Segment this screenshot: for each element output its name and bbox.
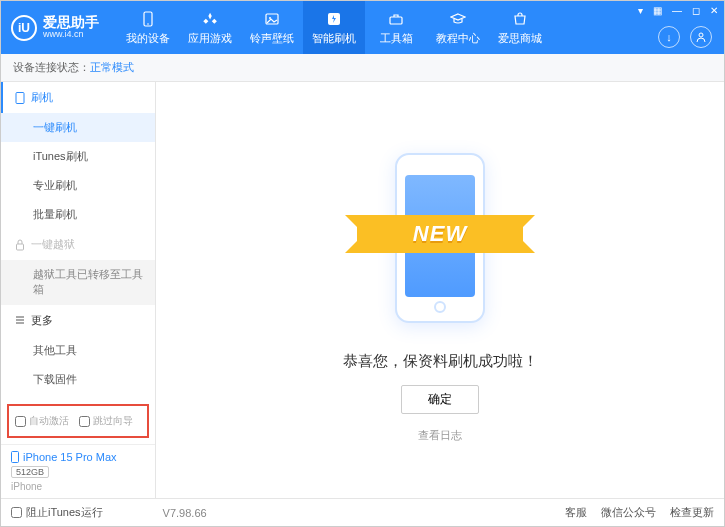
title-bar: iU 爱思助手 www.i4.cn 我的设备 应用游戏 铃声壁纸 智能刷机	[1, 1, 724, 54]
image-icon	[263, 10, 281, 28]
toolbox-icon	[387, 10, 405, 28]
nav-tutorials[interactable]: 教程中心	[427, 1, 489, 54]
app-logo: iU 爱思助手 www.i4.cn	[11, 15, 99, 41]
footer-check-update[interactable]: 检查更新	[670, 505, 714, 520]
sidebar-item-oneclick-flash[interactable]: 一键刷机	[1, 113, 155, 142]
auto-activate-checkbox[interactable]: 自动激活	[15, 414, 69, 428]
block-itunes-checkbox[interactable]: 阻止iTunes运行	[11, 505, 103, 520]
nav-apps-games[interactable]: 应用游戏	[179, 1, 241, 54]
svg-rect-7	[16, 92, 24, 103]
nav-label: 爱思商城	[498, 31, 542, 46]
device-info[interactable]: iPhone 15 Pro Max 512GB iPhone	[1, 444, 155, 498]
sidebar-item-pro-flash[interactable]: 专业刷机	[1, 171, 155, 200]
app-name: 爱思助手	[43, 15, 99, 30]
nav-label: 应用游戏	[188, 31, 232, 46]
svg-point-6	[699, 33, 703, 37]
nav-store[interactable]: 爱思商城	[489, 1, 551, 54]
apps-icon	[201, 10, 219, 28]
view-log-link[interactable]: 查看日志	[418, 428, 462, 443]
sidebar-item-download-firmware[interactable]: 下载固件	[1, 365, 155, 394]
main-content: NEW 恭喜您，保资料刷机成功啦！ 确定 查看日志	[156, 82, 724, 498]
window-controls: ▾ ▦ — ◻ ✕	[638, 5, 718, 16]
app-site: www.i4.cn	[43, 30, 99, 40]
maximize-button[interactable]: ◻	[692, 5, 700, 16]
svg-point-1	[147, 23, 149, 25]
success-message: 恭喜您，保资料刷机成功啦！	[343, 352, 538, 371]
sidebar-group-jailbreak: 一键越狱	[1, 229, 155, 260]
nav-smart-flash[interactable]: 智能刷机	[303, 1, 365, 54]
status-mode: 正常模式	[90, 60, 134, 75]
connection-status-bar: 设备连接状态： 正常模式	[1, 54, 724, 82]
phone-icon	[139, 10, 157, 28]
svg-rect-8	[17, 244, 24, 250]
status-prefix: 设备连接状态：	[13, 60, 90, 75]
sidebar-options-box: 自动激活 跳过向导	[7, 404, 149, 438]
footer-support[interactable]: 客服	[565, 505, 587, 520]
hamburger-icon	[15, 315, 25, 325]
footer-wechat[interactable]: 微信公众号	[601, 505, 656, 520]
phone-illustration: NEW	[375, 138, 505, 338]
nav-label: 智能刷机	[312, 31, 356, 46]
flash-icon	[325, 10, 343, 28]
sidebar-item-itunes-flash[interactable]: iTunes刷机	[1, 142, 155, 171]
minimize-button[interactable]: —	[672, 5, 682, 16]
footer-bar: 阻止iTunes运行 V7.98.66 客服 微信公众号 检查更新	[1, 498, 724, 526]
menu-icon[interactable]: ▾	[638, 5, 643, 16]
skip-setup-checkbox[interactable]: 跳过向导	[79, 414, 133, 428]
phone-small-icon	[15, 92, 25, 104]
logo-icon: iU	[11, 15, 37, 41]
svg-rect-9	[12, 452, 19, 463]
user-button[interactable]	[690, 26, 712, 48]
sidebar-group-flash[interactable]: 刷机	[1, 82, 155, 113]
nav-label: 我的设备	[126, 31, 170, 46]
graduation-icon	[449, 10, 467, 28]
lock-icon	[15, 239, 25, 251]
store-icon	[511, 10, 529, 28]
sidebar-item-batch-flash[interactable]: 批量刷机	[1, 200, 155, 229]
nav-label: 工具箱	[380, 31, 413, 46]
ok-button[interactable]: 确定	[401, 385, 479, 414]
new-ribbon: NEW	[357, 215, 523, 253]
close-button[interactable]: ✕	[710, 5, 718, 16]
nav-ringtone-wallpaper[interactable]: 铃声壁纸	[241, 1, 303, 54]
download-button[interactable]: ↓	[658, 26, 680, 48]
nav-toolbox[interactable]: 工具箱	[365, 1, 427, 54]
device-type: iPhone	[11, 481, 145, 492]
skin-icon[interactable]: ▦	[653, 5, 662, 16]
device-phone-icon	[11, 451, 19, 463]
nav-label: 教程中心	[436, 31, 480, 46]
sidebar-item-advanced[interactable]: 高级功能	[1, 394, 155, 398]
svg-rect-5	[390, 17, 402, 24]
sidebar: 刷机 一键刷机 iTunes刷机 专业刷机 批量刷机 一键越狱 越狱工具已转移至…	[1, 82, 156, 498]
sidebar-jailbreak-note: 越狱工具已转移至工具箱	[1, 260, 155, 305]
nav-label: 铃声壁纸	[250, 31, 294, 46]
device-capacity: 512GB	[11, 466, 49, 478]
device-name: iPhone 15 Pro Max	[23, 451, 117, 463]
sidebar-group-more[interactable]: 更多	[1, 305, 155, 336]
sidebar-item-other-tools[interactable]: 其他工具	[1, 336, 155, 365]
nav-my-device[interactable]: 我的设备	[117, 1, 179, 54]
version-label: V7.98.66	[163, 507, 207, 519]
main-nav: 我的设备 应用游戏 铃声壁纸 智能刷机 工具箱 教程中心	[117, 1, 551, 54]
